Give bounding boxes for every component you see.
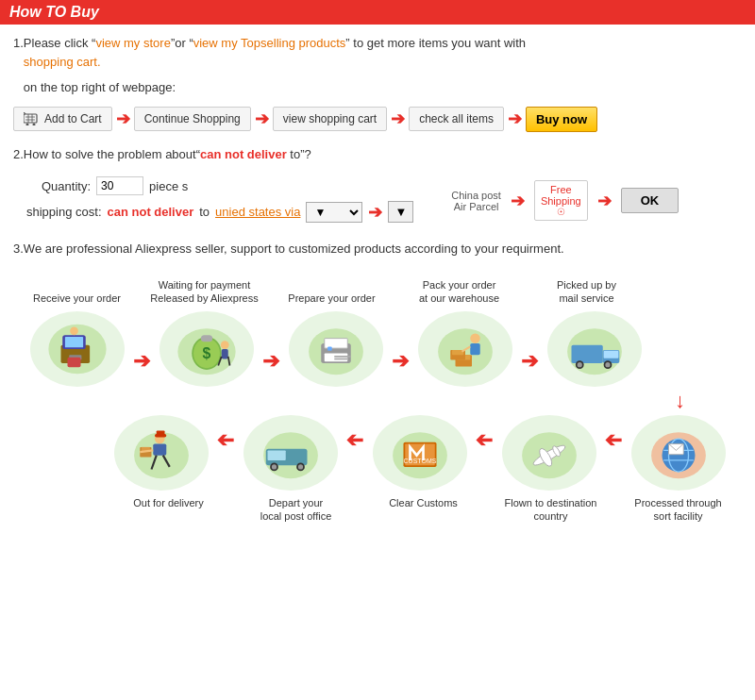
- svg-rect-73: [153, 443, 166, 455]
- country-link[interactable]: unied states via: [215, 205, 300, 219]
- ok-button[interactable]: OK: [621, 188, 680, 213]
- svg-rect-29: [334, 356, 351, 358]
- svg-text:$: $: [202, 344, 210, 360]
- s2-title: 2.How to solve the problem about“can not…: [13, 145, 742, 164]
- svg-rect-21: [221, 349, 227, 359]
- add-to-cart-btn[interactable]: Add to Cart: [13, 107, 112, 131]
- shipping-arrow: ➔: [368, 202, 382, 223]
- row1-arrow4: ➔: [519, 325, 540, 374]
- process-diagram: Receive your order Waiting for paymentRe…: [13, 269, 742, 532]
- svg-rect-28: [327, 346, 331, 350]
- label-prepare: Prepare your order: [277, 292, 386, 305]
- buy-now-btn[interactable]: Buy now: [526, 107, 597, 132]
- section3: 3.We are professional Aliexpress seller,…: [13, 242, 742, 256]
- pickup-icon: [547, 311, 642, 387]
- view-store-link[interactable]: view my store: [95, 36, 170, 50]
- qty-unit: piece s: [149, 179, 188, 193]
- s1-t1: 1.Please click “: [13, 36, 95, 50]
- shopping-cart-link[interactable]: shopping cart.: [24, 55, 101, 69]
- topselling-link[interactable]: view my Topselling products: [193, 36, 346, 50]
- svg-rect-64: [287, 452, 305, 460]
- arrow1: ➔: [116, 108, 130, 129]
- label-depart: Depart yourlocal post office: [242, 496, 350, 524]
- continue-shopping-btn[interactable]: Continue Shopping: [134, 107, 251, 131]
- airplane-icon: [502, 415, 596, 491]
- sort-facility-icon: [631, 415, 726, 491]
- svg-point-44: [577, 362, 581, 367]
- shipping-row: shipping cost: can not deliver to unied …: [26, 201, 413, 223]
- section1-text: 1.Please click “view my store”or “view m…: [13, 34, 742, 71]
- svg-point-66: [271, 464, 276, 469]
- svg-rect-40: [571, 344, 602, 362]
- s1-t2: ”or “: [171, 36, 193, 50]
- label-out: Out for delivery: [114, 496, 223, 509]
- cannot-deliver-text: can not deliver: [108, 205, 194, 219]
- delivery-icon: [114, 415, 209, 491]
- row2-arrow1: ➔: [603, 428, 624, 477]
- qty-input[interactable]: [96, 176, 143, 195]
- process-row1: ➔ $: [23, 308, 732, 391]
- label-pack: Pack your orderat our warehouse: [405, 278, 513, 306]
- shipping-word: Shipping: [541, 195, 581, 207]
- label-pickup: Picked up bymail service: [532, 278, 641, 306]
- s1-t3: ” to get more items you want with: [345, 36, 526, 50]
- view-cart-label: view shopping cart: [283, 112, 377, 125]
- qty-row: Quantity: piece s: [42, 176, 413, 195]
- section1: 1.Please click “view my store”or “view m…: [13, 34, 742, 132]
- row2-arrow2: ➔: [474, 428, 495, 477]
- cart-icon: [24, 112, 41, 125]
- view-cart-btn[interactable]: view shopping cart: [273, 107, 387, 131]
- row1-arrow2: ➔: [260, 325, 281, 374]
- shipping-method-dropdown[interactable]: ▼: [388, 201, 413, 223]
- ok-arrow: ➔: [597, 191, 612, 211]
- add-to-cart-label: Add to Cart: [44, 112, 102, 125]
- row2-arrow4: ➔: [215, 428, 236, 477]
- continue-shopping-label: Continue Shopping: [144, 112, 241, 125]
- payment-icon: $: [159, 311, 254, 387]
- shipping-label: shipping cost:: [26, 205, 102, 219]
- svg-rect-19: [200, 335, 211, 342]
- free-shipping-arrow: ➔: [511, 191, 525, 211]
- row1-arrow3: ➔: [390, 325, 411, 374]
- svg-point-20: [220, 341, 228, 349]
- label-waiting: Waiting for paymentReleased by Aliexpres…: [150, 278, 259, 306]
- process-row2: ➔ ➔: [23, 411, 732, 494]
- svg-rect-42: [603, 350, 618, 358]
- china-post-box: China post Air Parcel: [451, 190, 501, 212]
- svg-rect-72: [156, 430, 164, 434]
- check-items-label: check all items: [419, 112, 494, 125]
- down-arrow: ↓: [13, 391, 742, 411]
- svg-rect-14: [67, 357, 80, 367]
- svg-rect-37: [470, 342, 480, 354]
- label-receive: Receive your order: [23, 292, 131, 305]
- air-parcel-label: Air Parcel: [454, 201, 499, 212]
- label-sort: Processed throughsort facility: [624, 496, 732, 524]
- svg-rect-0: [24, 114, 37, 123]
- buy-now-label: Buy now: [536, 112, 587, 126]
- header-title: How TO Buy: [9, 4, 99, 21]
- label-customs: Clear Customs: [369, 496, 478, 509]
- svg-point-3: [33, 124, 36, 126]
- svg-rect-30: [334, 358, 347, 359]
- svg-point-2: [26, 124, 29, 126]
- arrow4: ➔: [508, 108, 522, 129]
- row2-arrow3: ➔: [344, 428, 365, 477]
- svg-point-68: [297, 464, 302, 469]
- free-label: Free: [550, 184, 572, 195]
- receive-order-icon: [30, 311, 125, 387]
- svg-rect-63: [267, 450, 285, 460]
- svg-text:CUSTOMS: CUSTOMS: [403, 458, 436, 464]
- check-items-btn[interactable]: check all items: [409, 107, 504, 131]
- arrow3: ➔: [391, 108, 405, 129]
- qty-label: Quantity:: [42, 179, 91, 193]
- svg-rect-26: [324, 338, 347, 348]
- svg-point-36: [470, 333, 480, 343]
- svg-point-12: [70, 326, 78, 335]
- arrow2: ➔: [255, 108, 269, 129]
- label-flown: Flown to destinationcountry: [496, 496, 605, 524]
- section2: 2.How to solve the problem about“can not…: [13, 145, 742, 229]
- country-dropdown[interactable]: ▼: [306, 202, 362, 223]
- section1-sub: on the top right of webpage:: [13, 78, 742, 97]
- svg-rect-11: [64, 336, 82, 346]
- free-shipping-box: Free Shipping ☉: [534, 180, 588, 221]
